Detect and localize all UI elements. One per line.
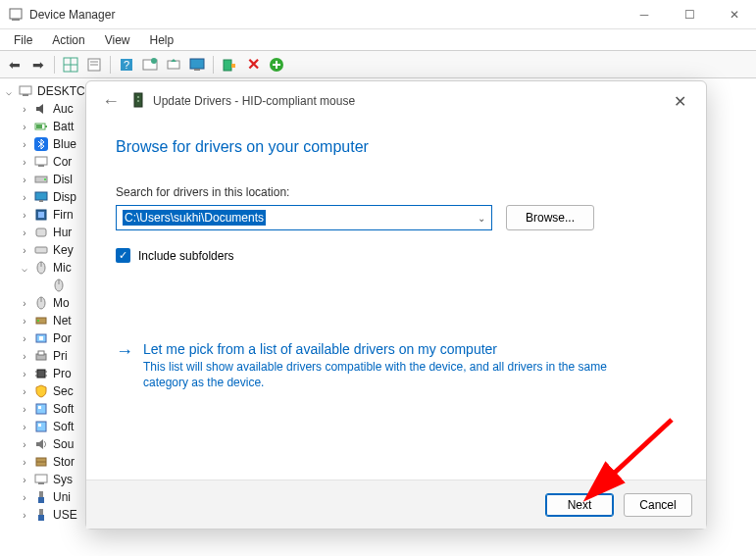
tree-item-label: Stor — [53, 455, 75, 469]
device-category-icon — [33, 419, 49, 434]
driver-path-combobox[interactable]: C:\Users\sukhi\Documents ⌄ — [116, 205, 492, 230]
svg-rect-19 — [23, 94, 28, 96]
svg-rect-58 — [35, 475, 47, 482]
update-icon[interactable] — [163, 54, 184, 76]
include-subfolders-label: Include subfolders — [138, 249, 233, 263]
device-category-icon — [33, 313, 49, 329]
dialog-back-button[interactable]: ← — [96, 87, 126, 116]
svg-point-66 — [137, 100, 139, 102]
tree-item-label: Sec — [53, 384, 74, 398]
device-category-icon — [33, 136, 49, 152]
tree-item-label: Net — [53, 314, 72, 328]
chevron-right-icon: › — [20, 122, 29, 132]
device-category-icon — [33, 507, 49, 523]
window-titlebar: Device Manager ─ ☐ ✕ — [0, 0, 756, 29]
toolbar: ⬅ ➡ ? ✕ — [0, 51, 756, 78]
enable-icon[interactable] — [266, 54, 287, 76]
chevron-right-icon: › — [20, 404, 29, 415]
device-category-icon — [33, 436, 49, 452]
device-category-icon — [33, 119, 49, 134]
svg-rect-25 — [38, 165, 44, 167]
tree-item-label: Por — [53, 331, 72, 345]
dialog-close-button[interactable]: ✕ — [664, 86, 696, 117]
svg-rect-62 — [39, 509, 43, 515]
mouse-icon — [51, 278, 67, 293]
device-category-icon — [33, 330, 49, 346]
tree-item-label: Disp — [53, 190, 76, 204]
device-category-icon — [33, 454, 49, 470]
search-location-label: Search for drivers in this location: — [116, 185, 677, 199]
tree-item-label: Uni — [53, 490, 71, 504]
menu-help[interactable]: Help — [140, 31, 184, 49]
tree-item-label: Blue — [53, 137, 76, 151]
device-category-icon — [33, 295, 49, 311]
menu-view[interactable]: View — [95, 31, 140, 49]
svg-point-42 — [37, 320, 39, 322]
next-button[interactable]: Next — [545, 493, 614, 517]
chevron-right-icon: › — [20, 139, 29, 150]
scan-icon[interactable] — [139, 54, 161, 76]
chevron-right-icon: › — [20, 104, 29, 115]
svg-rect-47 — [37, 370, 45, 378]
pick-from-list-desc: This list will show available drivers co… — [143, 359, 633, 390]
computer-icon — [18, 83, 33, 99]
uninstall-icon[interactable] — [219, 54, 240, 76]
svg-point-65 — [137, 96, 139, 98]
svg-rect-29 — [39, 200, 43, 202]
svg-rect-53 — [38, 406, 41, 409]
chevron-right-icon: › — [20, 210, 29, 221]
back-icon[interactable]: ⬅ — [4, 54, 25, 76]
chevron-right-icon: › — [20, 351, 29, 362]
close-button[interactable]: ✕ — [721, 8, 748, 22]
tree-item-label: Sys — [53, 473, 73, 486]
svg-rect-14 — [194, 69, 200, 71]
chevron-right-icon: › — [20, 422, 29, 432]
tree-item-label: Disl — [53, 173, 73, 186]
chevron-right-icon: › — [20, 457, 29, 468]
forward-icon[interactable]: ➡ — [27, 54, 49, 76]
svg-rect-0 — [10, 9, 22, 19]
svg-rect-63 — [38, 515, 44, 521]
device-category-icon — [33, 207, 49, 223]
chevron-right-icon: › — [20, 157, 29, 168]
svg-rect-31 — [38, 212, 44, 218]
svg-rect-1 — [12, 19, 20, 21]
svg-rect-60 — [39, 491, 43, 497]
menu-action[interactable]: Action — [42, 31, 94, 49]
svg-rect-44 — [39, 336, 43, 340]
device-category-icon — [33, 225, 49, 240]
properties-icon[interactable] — [83, 54, 105, 76]
menu-file[interactable]: File — [4, 31, 42, 49]
tree-item-label: Pro — [53, 367, 72, 380]
tree-item-label: Hur — [53, 226, 72, 239]
svg-rect-18 — [20, 86, 31, 94]
monitor-icon[interactable] — [186, 54, 208, 76]
svg-rect-15 — [224, 60, 231, 71]
tree-item-label: Mo — [53, 296, 70, 310]
svg-rect-13 — [190, 59, 204, 69]
help-icon[interactable]: ? — [116, 54, 137, 76]
tree-item-label: USE — [53, 508, 77, 522]
chevron-right-icon: › — [20, 510, 29, 521]
grid-icon[interactable] — [60, 54, 81, 76]
maximize-button[interactable]: ☐ — [676, 8, 703, 22]
svg-rect-12 — [168, 61, 179, 69]
device-category-icon — [33, 242, 49, 258]
include-subfolders-checkbox[interactable]: ✓ — [116, 248, 130, 263]
svg-rect-21 — [45, 126, 47, 127]
device-category-icon — [33, 366, 49, 381]
svg-rect-61 — [38, 497, 44, 503]
tree-item-label: Pri — [53, 349, 68, 363]
chevron-right-icon: › — [20, 492, 29, 503]
chevron-right-icon: › — [20, 475, 29, 485]
app-icon — [8, 7, 24, 23]
disable-icon[interactable]: ✕ — [242, 54, 264, 76]
pick-from-list-option[interactable]: → Let me pick from a list of available d… — [116, 341, 677, 390]
svg-rect-28 — [35, 192, 47, 200]
browse-button[interactable]: Browse... — [506, 205, 594, 230]
minimize-button[interactable]: ─ — [630, 8, 658, 22]
chevron-right-icon: › — [20, 298, 29, 309]
cancel-button[interactable]: Cancel — [624, 493, 692, 517]
tree-item-label: Firn — [53, 208, 74, 222]
dialog-title: Update Drivers - HID-compliant mouse — [153, 94, 355, 108]
